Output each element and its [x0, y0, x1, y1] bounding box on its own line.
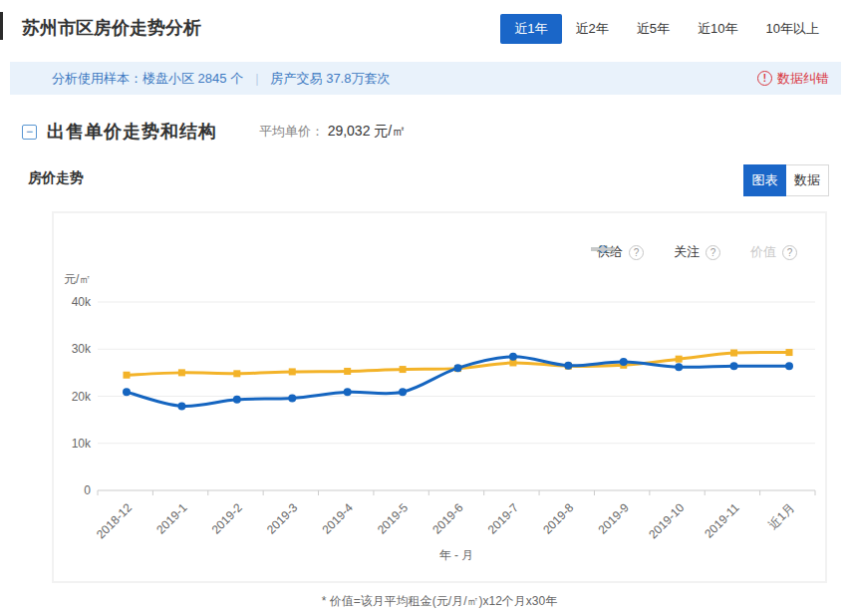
- period-tab-5y[interactable]: 近5年: [623, 14, 684, 44]
- chart-title: 房价走势: [28, 169, 84, 187]
- error-report-icon: !: [757, 71, 772, 86]
- sample-divider: |: [255, 71, 258, 86]
- y-axis-labels: 010k20k30k40k: [72, 295, 92, 497]
- legend-item-价值[interactable]: 价值?: [744, 243, 797, 261]
- svg-text:2019-11: 2019-11: [702, 500, 742, 541]
- sample-communities: 楼盘小区 2845 个: [142, 70, 243, 88]
- svg-text:40k: 40k: [72, 295, 92, 309]
- x-axis-ticks: [98, 490, 815, 495]
- view-toggle-data[interactable]: 数据: [786, 164, 829, 196]
- view-toggle-chart[interactable]: 图表: [743, 164, 786, 196]
- avg-price-label: 平均单价：: [259, 124, 324, 139]
- title-accent-bar: [0, 12, 3, 40]
- svg-text:2018-12: 2018-12: [94, 500, 135, 541]
- legend-marker-icon: [591, 243, 615, 255]
- chart-footnote: * 价值=该月平均租金(元/月/㎡)x12个月x30年: [52, 593, 827, 610]
- page-container: 苏州市区房价走势分析 近1年 近2年 近5年 近10年 10年以上 分析使用样本…: [0, 0, 849, 616]
- avg-price-value: 29,032 元/㎡: [328, 123, 407, 139]
- period-tab-1y[interactable]: 近1年: [500, 14, 561, 44]
- svg-text:2019-6: 2019-6: [429, 500, 466, 537]
- legend-label: 价值: [750, 243, 776, 261]
- period-tabs: 近1年 近2年 近5年 近10年 10年以上: [500, 14, 833, 44]
- series-line-供给: [124, 349, 793, 379]
- avg-price: 平均单价： 29,032 元/㎡: [259, 123, 406, 141]
- price-trend-chart: 010k20k30k40k2018-122019-12019-22019-320…: [54, 213, 825, 581]
- svg-text:2019-7: 2019-7: [485, 500, 522, 537]
- sample-label: 分析使用样本：: [52, 70, 142, 88]
- x-axis-labels: 2018-122019-12019-22019-32019-42019-5201…: [94, 500, 797, 541]
- help-icon[interactable]: ?: [706, 245, 720, 260]
- collapse-icon[interactable]: −: [22, 125, 37, 140]
- svg-text:0: 0: [84, 483, 91, 497]
- svg-text:20k: 20k: [72, 390, 92, 404]
- help-icon[interactable]: ?: [782, 245, 797, 260]
- period-tab-10y-plus[interactable]: 10年以上: [752, 14, 833, 44]
- y-axis-unit-label: 元/㎡: [64, 272, 91, 286]
- svg-text:2019-3: 2019-3: [264, 500, 301, 537]
- svg-text:2019-4: 2019-4: [319, 500, 356, 537]
- grid-lines: [98, 302, 815, 490]
- x-axis-title: 年 - 月: [439, 548, 474, 562]
- sample-info-bar: 分析使用样本： 楼盘小区 2845 个 | 房产交易 37.8万套次 ! 数据纠…: [10, 62, 841, 95]
- section-title: 出售单价走势和结构: [47, 120, 217, 144]
- svg-text:10k: 10k: [72, 437, 92, 451]
- svg-text:2019-8: 2019-8: [540, 500, 577, 537]
- series-line-关注: [123, 353, 793, 411]
- legend-item-关注[interactable]: 关注?: [668, 243, 720, 261]
- legend-label: 关注: [674, 243, 700, 261]
- view-toggle: 图表 数据: [743, 164, 829, 196]
- svg-text:近1月: 近1月: [766, 500, 798, 532]
- sample-transactions: 房产交易 37.8万套次: [271, 70, 391, 88]
- svg-text:2019-9: 2019-9: [596, 500, 633, 537]
- svg-text:2019-5: 2019-5: [375, 500, 412, 537]
- svg-text:2019-2: 2019-2: [209, 500, 246, 537]
- page-title: 苏州市区房价走势分析: [22, 16, 201, 40]
- svg-text:2019-10: 2019-10: [646, 500, 687, 541]
- period-tab-10y[interactable]: 近10年: [684, 14, 751, 44]
- data-correction-link[interactable]: ! 数据纠错: [757, 70, 829, 88]
- price-trend-chart-panel: 010k20k30k40k2018-122019-12019-22019-320…: [52, 211, 827, 583]
- help-icon[interactable]: ?: [629, 245, 644, 260]
- chart-legend: 供给?关注?价值?: [591, 243, 797, 261]
- correction-label: 数据纠错: [777, 70, 829, 88]
- section-header: − 出售单价走势和结构 平均单价： 29,032 元/㎡: [22, 120, 406, 144]
- svg-text:2019-1: 2019-1: [153, 500, 190, 537]
- svg-text:30k: 30k: [72, 342, 92, 356]
- period-tab-2y[interactable]: 近2年: [562, 14, 623, 44]
